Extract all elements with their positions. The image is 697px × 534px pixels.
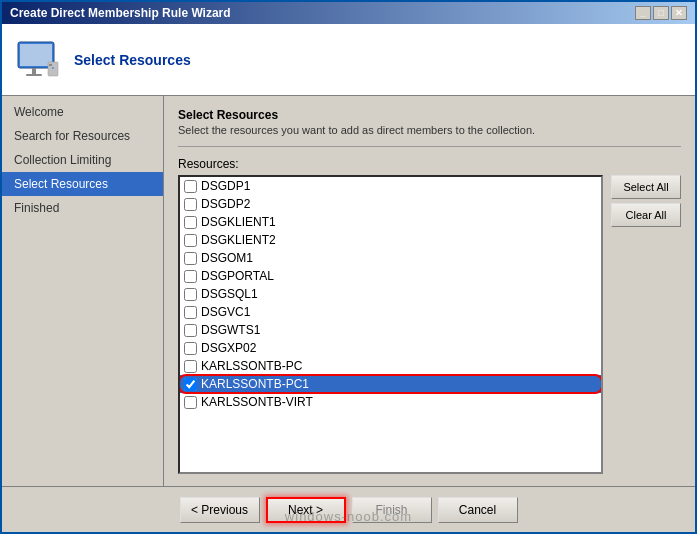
minimize-button[interactable]: _ [635,6,651,20]
list-item[interactable]: DSGDP1 [180,177,601,195]
resource-name: KARLSSONTB-PC1 [201,377,309,391]
resource-name: DSGPORTAL [201,269,274,283]
svg-rect-1 [20,44,52,66]
body: Welcome Search for Resources Collection … [2,96,695,486]
resource-name: DSGVC1 [201,305,250,319]
sidebar-item-search[interactable]: Search for Resources [2,124,163,148]
list-item[interactable]: KARLSSONTB-PC1 [180,375,601,393]
sidebar-item-collection[interactable]: Collection Limiting [2,148,163,172]
title-bar: Create Direct Membership Rule Wizard _ □… [2,2,695,24]
sidebar-item-select-resources[interactable]: Select Resources [2,172,163,196]
resource-name: KARLSSONTB-PC [201,359,302,373]
resource-name: DSGKLIENT2 [201,233,276,247]
resource-name: DSGOM1 [201,251,253,265]
resources-list[interactable]: DSGDP1DSGDP2DSGKLIENT1DSGKLIENT2DSGOM1DS… [178,175,603,474]
content-title: Select Resources [178,108,681,122]
resources-label: Resources: [178,157,681,171]
resource-name: KARLSSONTB-VIRT [201,395,313,409]
main-content: Select Resources Select the resources yo… [164,96,695,486]
resource-name: DSGKLIENT1 [201,215,276,229]
svg-rect-2 [32,68,36,74]
list-item[interactable]: DSGKLIENT1 [180,213,601,231]
maximize-button[interactable]: □ [653,6,669,20]
sidebar-item-welcome[interactable]: Welcome [2,100,163,124]
resource-checkbox[interactable] [184,288,197,301]
close-button[interactable]: ✕ [671,6,687,20]
resource-name: DSGDP1 [201,179,250,193]
resources-area: DSGDP1DSGDP2DSGKLIENT1DSGKLIENT2DSGOM1DS… [178,175,681,474]
resource-name: DSGSQL1 [201,287,258,301]
clear-all-button[interactable]: Clear All [611,203,681,227]
list-item[interactable]: DSGPORTAL [180,267,601,285]
resource-checkbox[interactable] [184,306,197,319]
title-bar-buttons: _ □ ✕ [635,6,687,20]
next-button[interactable]: Next > [266,497,346,523]
resource-checkbox[interactable] [184,252,197,265]
side-buttons: Select All Clear All [611,175,681,474]
resource-name: DSGDP2 [201,197,250,211]
svg-rect-3 [26,74,42,76]
list-item[interactable]: DSGOM1 [180,249,601,267]
list-item[interactable]: DSGSQL1 [180,285,601,303]
resource-checkbox[interactable] [184,324,197,337]
computer-icon [14,36,62,84]
footer: < Previous Next > Finish Cancel [2,486,695,532]
resource-name: DSGXP02 [201,341,256,355]
resource-checkbox[interactable] [184,234,197,247]
resource-checkbox[interactable] [184,360,197,373]
resource-checkbox[interactable] [184,378,197,391]
list-item[interactable]: DSGDP2 [180,195,601,213]
resource-checkbox[interactable] [184,198,197,211]
list-item[interactable]: KARLSSONTB-PC [180,357,601,375]
list-item[interactable]: DSGKLIENT2 [180,231,601,249]
sidebar-item-finished[interactable]: Finished [2,196,163,220]
list-item[interactable]: DSGVC1 [180,303,601,321]
list-item[interactable]: KARLSSONTB-VIRT [180,393,601,411]
previous-button[interactable]: < Previous [180,497,260,523]
svg-point-6 [52,67,54,69]
sidebar: Welcome Search for Resources Collection … [2,96,164,486]
select-all-button[interactable]: Select All [611,175,681,199]
content-desc: Select the resources you want to add as … [178,124,681,136]
cancel-button[interactable]: Cancel [438,497,518,523]
resource-checkbox[interactable] [184,396,197,409]
resource-checkbox[interactable] [184,216,197,229]
divider [178,146,681,147]
window-title: Create Direct Membership Rule Wizard [10,6,231,20]
resource-name: DSGWTS1 [201,323,260,337]
header-title: Select Resources [74,52,191,68]
finish-button[interactable]: Finish [352,497,432,523]
main-window: Create Direct Membership Rule Wizard _ □… [0,0,697,534]
header-text: Select Resources [74,52,191,68]
resource-checkbox[interactable] [184,270,197,283]
svg-rect-5 [49,64,52,66]
list-item[interactable]: DSGWTS1 [180,321,601,339]
list-item[interactable]: DSGXP02 [180,339,601,357]
header-area: Select Resources [2,24,695,96]
resource-checkbox[interactable] [184,342,197,355]
resource-checkbox[interactable] [184,180,197,193]
